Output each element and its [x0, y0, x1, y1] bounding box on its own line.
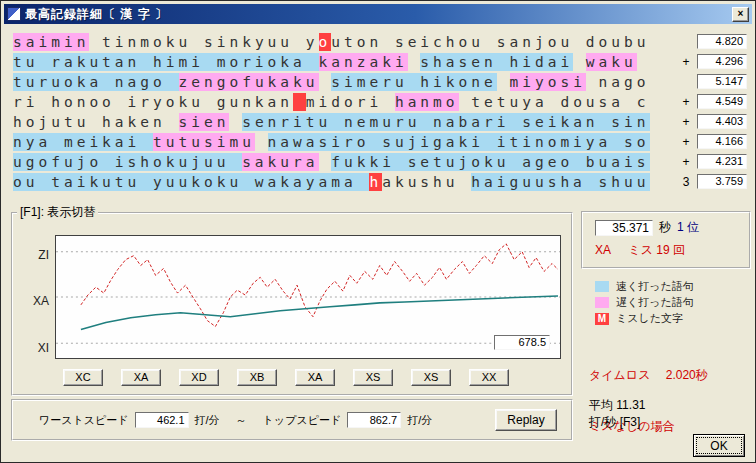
legend-swatch-slow [595, 297, 609, 308]
word-segment-none: akushu [382, 173, 471, 191]
word-segment-slow: sakura [242, 153, 318, 171]
lap-prefix: + [679, 155, 693, 169]
legend-row-fast: 速く打った語句 [595, 279, 694, 294]
word-segment-none: nago [586, 73, 650, 91]
graph-groupbox-label: [F1]: 表示切替 [17, 204, 98, 221]
average-speed-block: 平均 11.31 打/秒 [F3] [589, 397, 645, 431]
word-segment-none [229, 113, 242, 131]
lap-level-buttons-row: XCXAXDXBXAXSXSXX [63, 369, 509, 386]
typing-line-text: tu rakutan himi morioka kanzaki shasen h… [13, 53, 637, 71]
title-bar: 最高記録詳細〔 漢 字 〕 × [4, 4, 752, 24]
average-speed-line [81, 296, 558, 329]
typing-line-text: saimin tinmoku sinkyuu youton seichou sa… [13, 33, 650, 51]
word-segment-slow: miyosi [510, 73, 586, 91]
typing-line-text: hojutu haken sien senritu nemuru nabari … [13, 113, 650, 131]
typing-line-text: ou taikutu yuukoku wakayama hakushu haig… [13, 173, 650, 191]
word-segment-fast: senritu nemuru nabari seikan sin [242, 113, 649, 131]
word-segment-none: uton seichou sanjou doubu [331, 33, 649, 51]
lap-level-button-xa[interactable]: XA [295, 369, 335, 386]
y-axis-label-xi: XI [21, 341, 49, 355]
top-speed-unit: 打/分 [407, 413, 432, 428]
y-axis-label-xa: XA [21, 294, 49, 308]
legend-row-miss: Mミスした文字 [595, 311, 694, 326]
word-segment-fast: simeru hikone [331, 73, 497, 91]
typing-line: hojutu haken sien senritu nemuru nabari … [13, 112, 751, 132]
replay-button[interactable]: Replay [495, 409, 557, 431]
typing-line: turuoka nago zengofukaku simeru hikone m… [13, 72, 751, 92]
word-segment-none [408, 53, 421, 71]
app-icon [7, 7, 21, 21]
lap-level-button-xs[interactable]: XS [411, 369, 451, 386]
lap-level-button-xs[interactable]: XS [353, 369, 393, 386]
word-segment-fast: nya meikai [13, 133, 153, 151]
word-segment-slow: waku [586, 53, 637, 71]
word-segment-none [573, 53, 586, 71]
lap-time-box: 4.403 [697, 114, 747, 129]
word-segment-fast: tu rakutan himi morioka [13, 53, 319, 71]
instant-speed-line [81, 244, 558, 327]
lap-time-box: 4.166 [697, 134, 747, 149]
average-speed-line1: 平均 11.31 [589, 397, 645, 414]
word-segment-none: hojutu haken [13, 113, 179, 131]
word-segment-none: midori [306, 93, 395, 111]
time-unit-label: 秒 [659, 219, 671, 236]
lap-prefix: + [679, 95, 693, 109]
word-segment-miss: o [319, 33, 332, 51]
speed-chart-svg [56, 236, 560, 358]
total-time-box: 35.371 [595, 220, 653, 236]
result-summary-box: 35.371 秒 1 位 XA ミス 19 回 [581, 211, 751, 269]
highlight-legend: 速く打った語句遅く打った語句Mミスした文字 [595, 279, 694, 327]
lap-time-box: 4.231 [697, 154, 747, 169]
legend-label-slow: 遅く打った語句 [616, 295, 694, 310]
word-segment-slow: zengofukaku [179, 73, 319, 91]
word-segment-fast: haiguusha shuu [471, 173, 649, 191]
lap-time-box: 4.549 [697, 94, 747, 109]
typing-line: ugofujo ishokujuu sakura fukki setujoku … [13, 152, 751, 172]
legend-label-fast: 速く打った語句 [616, 279, 694, 294]
range-tilde: ～ [236, 413, 247, 428]
word-segment-fast: fukki setujoku ageo buais [331, 153, 649, 171]
word-segment-slow: hanmo [395, 93, 459, 111]
lap-time-box: 3.759 [697, 174, 747, 189]
graph-groupbox: [F1]: 表示切替 ZIXAXI 678.5 XCXAXDXBXAXSXSXX [11, 204, 573, 396]
lap-level-button-xb[interactable]: XB [237, 369, 277, 386]
word-segment-miss [293, 93, 306, 111]
lap-level-button-xd[interactable]: XD [179, 369, 219, 386]
lap-time-box: 5.147 [697, 74, 747, 89]
lap-time-box: 4.820 [697, 34, 747, 49]
level-label: XA [595, 243, 611, 257]
typing-line: tu rakutan himi morioka kanzaki shasen h… [13, 52, 751, 72]
speed-range-panel: ワーストスピード 462.1 打/分 ～ トップスピード 862.7 打/分 R… [11, 399, 573, 441]
average-speed-line2: 打/秒 [F3] [589, 414, 645, 431]
word-segment-fast: ou taikutu yuukoku wakayama [13, 173, 369, 191]
lap-level-button-xx[interactable]: XX [469, 369, 509, 386]
word-segment-miss: h [369, 173, 382, 191]
typing-line-text: ri honoo iryoku gunkan midori hanmo tetu… [13, 93, 650, 111]
worst-speed-box: 462.1 [135, 412, 189, 428]
word-segment-slow: sien [179, 113, 230, 131]
typing-line: ou taikutu yuukoku wakayama hakushu haig… [13, 172, 751, 192]
typing-line-text: nya meikai tutusimu nawasiro sujigaki it… [13, 133, 650, 151]
worst-speed-unit: 打/分 [195, 413, 220, 428]
word-segment-none [255, 133, 268, 151]
close-button[interactable]: × [732, 7, 749, 22]
word-segment-slow: saimin [13, 33, 89, 51]
timeloss-label: タイムロス 2.020秒 [589, 367, 715, 384]
legend-label-miss: ミスした文字 [616, 311, 683, 326]
typing-line-text: ugofujo ishokujuu sakura fukki setujoku … [13, 153, 650, 171]
word-segment-slow: tutusimu [153, 133, 255, 151]
typing-line: saimin tinmoku sinkyuu youton seichou sa… [13, 32, 751, 52]
lap-prefix: + [679, 135, 693, 149]
word-segment-slow: kanzaki [319, 53, 408, 71]
lap-prefix: + [679, 55, 693, 69]
lap-level-button-xa[interactable]: XA [121, 369, 161, 386]
lap-level-button-xc[interactable]: XC [63, 369, 103, 386]
word-segment-fast: ugofujo ishokujuu [13, 153, 242, 171]
rank-label: 1 位 [677, 219, 699, 236]
record-detail-window: 最高記録詳細〔 漢 字 〕 × saimin tinmoku sinkyuu y… [0, 0, 756, 463]
legend-row-slow: 遅く打った語句 [595, 295, 694, 310]
typing-line: nya meikai tutusimu nawasiro sujigaki it… [13, 132, 751, 152]
word-segment-none: tinmoku sinkyuu y [89, 33, 318, 51]
lap-prefix: 3 [679, 175, 693, 189]
ok-button[interactable]: OK [693, 434, 745, 457]
